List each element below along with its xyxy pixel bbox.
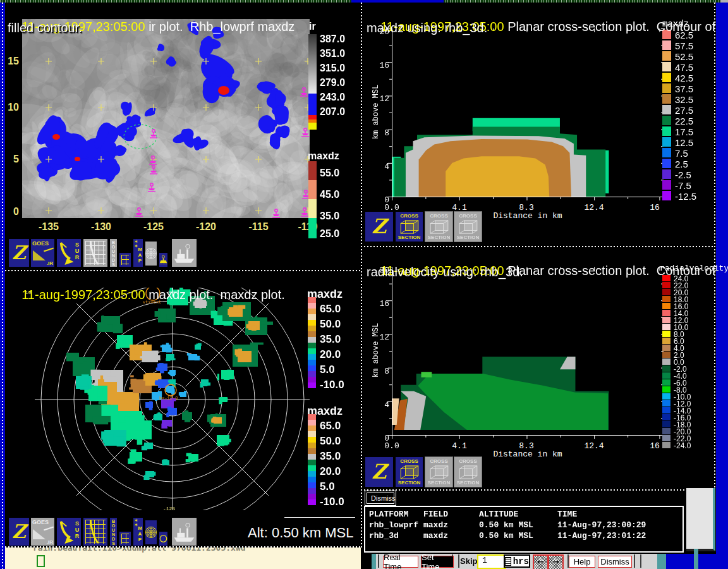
cs2-cross-section-button-3[interactable]: CROSS SECTION [454, 456, 482, 487]
cs1-cross-section-button-2[interactable]: CROSS SECTION [425, 211, 453, 242]
ir-maxdz-colorbar-segment [308, 199, 317, 218]
cs1-cross-section-button-1[interactable]: CROSS SECTION [395, 211, 423, 242]
map-label: MAP [137, 247, 142, 264]
cross-label: CROSS [459, 213, 476, 219]
sur-label: SUR [74, 520, 80, 539]
ppi-colorbar-segment [308, 437, 316, 443]
ir-panel-subtitle: filled contour. [8, 21, 82, 35]
ppi-colorbar-label: 50.0 [320, 435, 341, 448]
ppi-colorbar-segment [308, 343, 316, 348]
cs2-cross-section-button-2[interactable]: CROSS SECTION [425, 456, 453, 487]
ppi-colorbar-segment [308, 360, 316, 365]
step-back-button[interactable]: ← [533, 554, 549, 569]
map-button[interactable]: MAP ✶✶ [133, 238, 143, 267]
xterm-cursor [37, 555, 45, 567]
cs2-colorbar-swatch [662, 296, 670, 302]
ppi-colorbar-segment [308, 337, 316, 343]
cs2-zebra-button[interactable]: Z [365, 456, 394, 487]
rings-button[interactable] [145, 241, 157, 266]
cs1-colorbar-label: 47.5 [675, 62, 693, 73]
ir-x-tick-label: -120 [190, 221, 222, 233]
doc-icon [505, 557, 511, 566]
ir-colorbar-title: ir [309, 21, 316, 32]
cs2-y-tick-label: 4 [373, 400, 389, 410]
subgrid-button[interactable] [119, 252, 131, 267]
grid-pattern [121, 534, 129, 544]
ppi-colorbar-segment [308, 448, 316, 454]
cs1-y-axis-title: km above MSL [372, 77, 380, 147]
ppi-colorbar-label: 65.0 [320, 420, 341, 432]
radar-grid-button[interactable] [83, 517, 108, 546]
circle-button[interactable] [159, 531, 168, 546]
ppi-colorbar-segment [308, 382, 316, 388]
goes-ir-button[interactable]: GOES .IR [30, 517, 55, 546]
bottom-right-teal-chip [657, 554, 666, 569]
map-stars-icon: ✶✶ [134, 240, 138, 248]
cube-icon [428, 465, 450, 480]
cs1-colorbar-label: 27.5 [675, 105, 693, 116]
right-window-border [716, 3, 728, 569]
toolbar-dismiss-button[interactable]: Dismiss [598, 556, 632, 568]
ppi-colorbar-segment [308, 365, 316, 371]
ir-maxdz-colorbar-label: 45.0 [320, 189, 339, 200]
cs1-zebra-button[interactable]: Z [365, 211, 394, 242]
cs1-y-tick-label: 16 [373, 61, 389, 70]
zebra-logo[interactable]: Z [8, 517, 30, 546]
cs2-x-tick-label: 0.0 [379, 441, 404, 451]
map-button[interactable]: MAP ✶✶ [133, 517, 143, 546]
ppi-colorbar-segment [308, 414, 316, 420]
cs2-colorbar-swatch [662, 352, 670, 358]
status-dismiss-button[interactable]: Dismiss [367, 493, 394, 504]
ppi-divider-line [284, 517, 355, 518]
cs1-colorbar-label: 17.5 [675, 126, 693, 137]
cs2-x-axis-title: Distance in km [487, 450, 569, 459]
ship-icon [172, 239, 197, 267]
radar-grid-button[interactable] [83, 238, 108, 267]
zebra-z-glyph: Z [365, 457, 393, 487]
rings-button[interactable] [145, 520, 157, 545]
cs1-colorbar-label: -2.5 [675, 169, 691, 180]
bounds-button[interactable]: BOUNDS [109, 238, 118, 267]
cs1-cross-section-button-3[interactable]: CROSS SECTION [454, 211, 482, 242]
ir-y-tick-label: 5 [4, 154, 19, 165]
bounds-button[interactable]: BOUNDS [109, 517, 118, 546]
cs1-colorbar-swatch [662, 180, 671, 190]
maxdz-cross-section-plot[interactable] [387, 25, 665, 202]
ir-maxdz-colorbar-label: 25.0 [320, 228, 339, 240]
cs1-colorbar-swatch [662, 159, 671, 168]
ship-button[interactable] [171, 238, 197, 267]
ppi-colorbar-segment [308, 326, 316, 331]
scrollbar-track[interactable] [686, 488, 715, 551]
ppi-colorbar-segment [308, 377, 316, 382]
ir-colorbar-segment [308, 94, 317, 115]
hrs-units-button[interactable]: hrs [504, 554, 530, 568]
sur-label: SUR [74, 242, 80, 260]
help-button[interactable]: Help [569, 556, 595, 568]
xterm-window[interactable]: rain:beaufait:110>xdump.all 970811.2305.… [5, 548, 361, 569]
zebra-logo[interactable]: Z [8, 238, 30, 267]
cs2-colorbar-swatch [662, 358, 670, 365]
subgrid-button[interactable] [119, 531, 131, 546]
sur-radar-button[interactable]: SUR [56, 238, 82, 267]
real-time-button[interactable]: Real Time [383, 556, 418, 568]
satellite-image[interactable] [22, 19, 310, 218]
buoy-button[interactable] [159, 252, 168, 267]
grid-pattern [121, 255, 129, 265]
goes-label: GOES [31, 239, 54, 247]
skip-value-input[interactable]: 1 [477, 554, 506, 569]
ir-x-tick-label: -130 [85, 221, 118, 233]
sur-radar-button[interactable]: SUR [56, 517, 82, 546]
cs1-colorbar-swatch [662, 116, 671, 125]
cs2-colorbar-swatch [662, 400, 670, 407]
step-forward-button[interactable]: → [548, 554, 564, 569]
ship-button[interactable] [171, 517, 197, 546]
cs2-y-tick-label: 16 [373, 299, 389, 309]
ir-y-tick-label: 15 [4, 56, 19, 67]
ppi-colorbar-label: 65.0 [320, 303, 341, 315]
circle-icon [159, 532, 167, 546]
goes-label: GOES [31, 518, 54, 525]
goes-ir-button[interactable]: GOES .IR [30, 238, 55, 267]
cs2-cross-section-button-1[interactable]: CROSS SECTION [395, 456, 423, 487]
set-time-button[interactable]: Set Time [421, 556, 454, 568]
left-border-dots [2, 3, 3, 569]
